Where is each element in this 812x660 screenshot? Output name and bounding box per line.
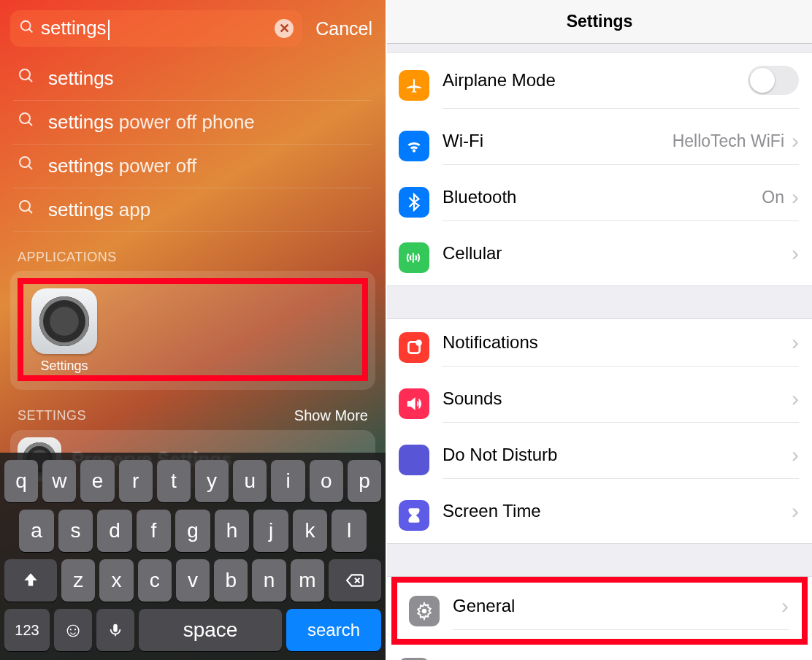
settings-row-airplane-mode[interactable]: Airplane Mode	[387, 53, 812, 118]
search-icon	[19, 19, 35, 38]
settings-row-general[interactable]: General›	[391, 577, 808, 645]
numbers-key[interactable]: 123	[4, 609, 50, 651]
row-content: Wi-FiHelloTech WiFi›	[443, 126, 799, 165]
row-label: Notifications	[443, 332, 538, 353]
search-field[interactable]: settings ✕	[10, 10, 302, 47]
key-v[interactable]: v	[176, 559, 210, 602]
key-k[interactable]: k	[293, 510, 328, 552]
row-content: Notifications›	[443, 328, 799, 367]
sounds-icon	[399, 388, 429, 419]
bluetooth-icon	[399, 187, 429, 218]
key-b[interactable]: b	[214, 559, 248, 602]
row-label: Airplane Mode	[443, 70, 556, 91]
settings-row-do-not-disturb[interactable]: Do Not Disturb›	[387, 431, 812, 488]
svg-line-7	[28, 166, 32, 169]
key-r[interactable]: r	[119, 460, 153, 502]
suggestion-item[interactable]: settings power off phone	[13, 101, 372, 145]
row-value: On	[762, 188, 784, 207]
emoji-key[interactable]: ☺	[54, 609, 92, 651]
settings-app-label: Settings	[40, 358, 88, 374]
svg-point-2	[20, 69, 30, 80]
settings-app-icon	[31, 288, 97, 354]
key-c[interactable]: c	[138, 559, 172, 602]
key-t[interactable]: t	[157, 460, 191, 502]
settings-row-wi-fi[interactable]: Wi-FiHelloTech WiFi›	[387, 118, 812, 174]
cancel-button[interactable]: Cancel	[310, 18, 378, 39]
key-u[interactable]: u	[233, 460, 267, 502]
row-content: Screen Time›	[443, 496, 799, 534]
row-label: Bluetooth	[443, 187, 516, 207]
suggestion-list: settings settings power off phone settin…	[0, 57, 386, 232]
svg-point-8	[20, 201, 30, 211]
show-more-button[interactable]: Show More	[294, 407, 368, 424]
settings-group: General›Control Center›AADisplay & Brigh…	[387, 577, 812, 660]
shift-key[interactable]	[4, 559, 57, 602]
settings-row-screen-time[interactable]: Screen Time›	[387, 488, 812, 543]
keyboard-row: q w e r t y u i o p	[4, 460, 381, 502]
settings-screen: Settings Airplane ModeWi-FiHelloTech WiF…	[386, 0, 812, 660]
key-f[interactable]: f	[137, 510, 172, 552]
settings-row-cellular[interactable]: Cellular›	[387, 230, 812, 285]
row-value: HelloTech WiFi	[673, 131, 784, 151]
search-bar: settings ✕ Cancel	[0, 0, 386, 57]
settings-row-control-center[interactable]: Control Center›	[387, 645, 812, 660]
search-input[interactable]: settings	[35, 17, 275, 39]
mic-key[interactable]	[96, 609, 134, 651]
settings-row-sounds[interactable]: Sounds›	[387, 375, 812, 431]
key-s[interactable]: s	[58, 510, 93, 552]
space-key[interactable]: space	[139, 609, 282, 651]
search-key[interactable]: search	[286, 609, 381, 651]
key-y[interactable]: y	[195, 460, 229, 502]
settings-group: Airplane ModeWi-FiHelloTech WiFi›Bluetoo…	[387, 53, 812, 285]
suggestion-item[interactable]: settings	[13, 57, 372, 101]
key-d[interactable]: d	[97, 510, 132, 552]
search-icon	[18, 67, 35, 90]
settings-app[interactable]: Settings	[25, 288, 104, 374]
svg-point-14	[415, 339, 422, 346]
key-w[interactable]: w	[42, 460, 76, 502]
search-icon	[18, 111, 35, 134]
key-n[interactable]: n	[252, 559, 286, 602]
cellular-icon	[399, 242, 429, 273]
clear-search-icon[interactable]: ✕	[275, 19, 294, 38]
settings-title: Settings	[387, 0, 812, 44]
keyboard-row: z x c v b n m	[4, 559, 381, 602]
settings-row-notifications[interactable]: Notifications›	[387, 319, 812, 375]
row-content: Airplane Mode	[443, 61, 799, 109]
key-g[interactable]: g	[175, 510, 210, 552]
row-content: BluetoothOn›	[443, 183, 799, 221]
row-label: General	[453, 596, 515, 616]
svg-line-5	[28, 122, 32, 126]
key-m[interactable]: m	[291, 559, 324, 602]
wifi-icon	[399, 131, 429, 161]
key-o[interactable]: o	[310, 460, 343, 502]
key-i[interactable]: i	[271, 460, 304, 502]
key-e[interactable]: e	[80, 460, 114, 502]
keyboard-row: 123 ☺ space search	[4, 609, 381, 651]
keyboard: q w e r t y u i o p a s d f g h j k l z …	[0, 453, 386, 660]
dnd-icon	[399, 445, 429, 475]
svg-rect-12	[113, 624, 118, 632]
key-h[interactable]: h	[215, 510, 250, 552]
key-q[interactable]: q	[4, 460, 38, 502]
row-content: Control Center›	[443, 653, 799, 660]
key-x[interactable]: x	[99, 559, 133, 602]
key-j[interactable]: j	[253, 510, 288, 552]
row-label: Wi-Fi	[443, 131, 483, 151]
row-label: Sounds	[443, 388, 502, 409]
settings-row-bluetooth[interactable]: BluetoothOn›	[387, 174, 812, 230]
svg-point-4	[20, 113, 30, 123]
toggle[interactable]	[748, 66, 799, 95]
search-icon	[18, 199, 35, 221]
row-content: General›	[453, 591, 789, 630]
airplane-icon	[399, 70, 429, 101]
backspace-key[interactable]	[329, 559, 381, 602]
search-icon	[18, 155, 35, 177]
suggestion-item[interactable]: settings power off	[13, 145, 372, 188]
spotlight-search-screen: settings ✕ Cancel settings settings powe…	[0, 0, 386, 660]
key-a[interactable]: a	[19, 510, 54, 552]
key-p[interactable]: p	[348, 460, 381, 502]
suggestion-item[interactable]: settings app	[13, 188, 372, 232]
key-z[interactable]: z	[61, 559, 95, 602]
key-l[interactable]: l	[332, 510, 367, 552]
